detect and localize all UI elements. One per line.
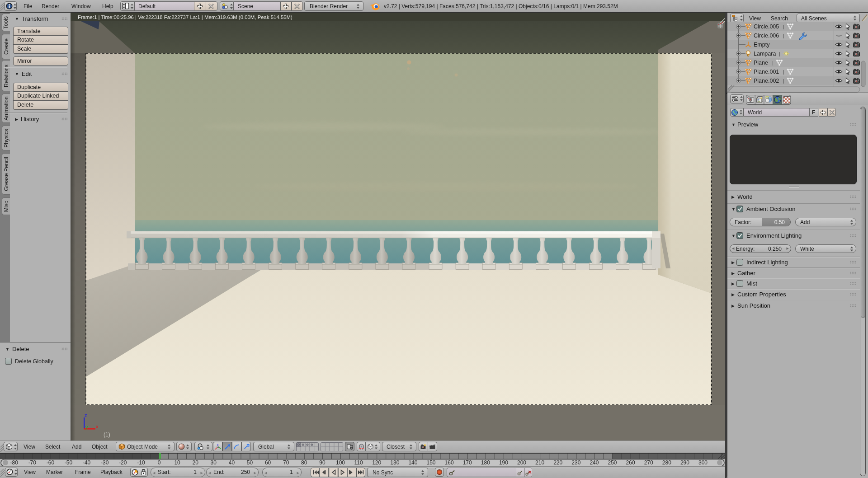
svg-text:z: z	[85, 412, 87, 418]
svg-text:170: 170	[463, 459, 472, 466]
svg-text:110: 110	[354, 459, 363, 466]
svg-text:90: 90	[319, 459, 326, 466]
svg-text:Frame:1 | Time:00:25.96 | Ve:2: Frame:1 | Time:00:25.96 | Ve:222318 Fa:2…	[78, 14, 292, 20]
svg-text:180: 180	[481, 459, 490, 466]
svg-text:190: 190	[499, 459, 508, 466]
svg-text:Circle.006: Circle.006	[754, 33, 779, 39]
svg-text:200: 200	[517, 459, 526, 466]
svg-text:|: |	[779, 51, 780, 56]
svg-text:50: 50	[247, 459, 253, 466]
svg-text:Plane: Plane	[754, 60, 768, 66]
svg-text:290: 290	[680, 459, 689, 466]
svg-text:130: 130	[390, 459, 399, 466]
svg-text:260: 260	[626, 459, 635, 466]
svg-text:|: |	[783, 78, 784, 84]
svg-text:-30: -30	[101, 459, 109, 466]
svg-text:150: 150	[426, 459, 435, 466]
svg-text:|: |	[783, 24, 784, 29]
svg-text:|: |	[783, 69, 784, 75]
svg-text:100: 100	[336, 459, 345, 466]
svg-text:|: |	[772, 60, 774, 66]
svg-text:300: 300	[698, 459, 708, 466]
svg-text:Lampara: Lampara	[754, 51, 776, 57]
svg-text:-60: -60	[47, 459, 55, 466]
svg-text:-70: -70	[28, 459, 37, 466]
svg-text:160: 160	[445, 459, 454, 466]
svg-text:120: 120	[372, 459, 381, 466]
svg-text:20: 20	[193, 459, 199, 466]
svg-text:Empty: Empty	[754, 42, 770, 48]
svg-text:Circle.005: Circle.005	[754, 23, 779, 30]
svg-text:280: 280	[662, 459, 671, 466]
svg-text:-20: -20	[119, 459, 127, 466]
svg-text:40: 40	[229, 459, 235, 466]
svg-text:|: |	[783, 33, 784, 38]
svg-text:140: 140	[408, 459, 417, 466]
svg-text:60: 60	[265, 459, 271, 466]
svg-text:Plane.001: Plane.001	[754, 69, 779, 75]
svg-text:0: 0	[158, 459, 161, 466]
svg-text:80: 80	[301, 459, 307, 466]
svg-text:210: 210	[535, 459, 544, 466]
svg-text:10: 10	[174, 459, 180, 466]
svg-text:-40: -40	[83, 459, 91, 466]
svg-text:y: y	[85, 424, 88, 430]
svg-text:270: 270	[644, 459, 653, 466]
svg-text:240: 240	[590, 459, 599, 466]
svg-text:x: x	[96, 424, 99, 429]
svg-text:70: 70	[283, 459, 289, 466]
svg-text:-10: -10	[137, 459, 145, 466]
svg-text:220: 220	[553, 459, 562, 466]
svg-text:-50: -50	[65, 459, 73, 466]
svg-text:230: 230	[571, 459, 580, 466]
svg-text:(1): (1)	[104, 431, 110, 438]
svg-text:250: 250	[608, 459, 617, 466]
svg-text:30: 30	[211, 459, 217, 466]
svg-text:Plane.002: Plane.002	[754, 78, 779, 84]
svg-text:-80: -80	[10, 459, 19, 466]
